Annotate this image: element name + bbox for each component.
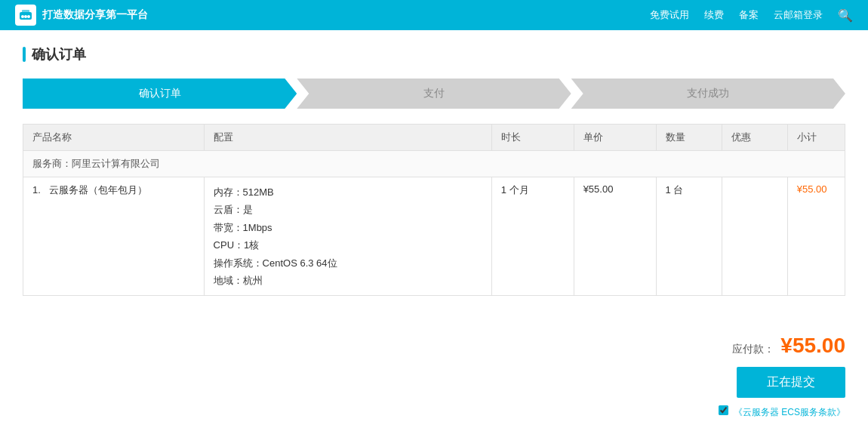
terms-link[interactable]: 《云服务器 ECS服务条款》: [734, 407, 845, 417]
nav-free-trial[interactable]: 免费试用: [650, 8, 689, 22]
svg-point-4: [27, 15, 30, 18]
step-confirm-order: 确认订单: [23, 79, 297, 109]
svg-point-3: [24, 15, 27, 18]
nav-email-login[interactable]: 云邮箱登录: [774, 8, 823, 22]
svg-point-2: [21, 15, 24, 18]
page-title-container: 确认订单: [23, 45, 845, 63]
table-header-row: 产品名称 配置 时长 单价 数量 优惠 小计: [23, 125, 845, 151]
item-config: 内存：512MB 云盾：是 带宽：1Mbps CPU：1核 操作系统：CentO…: [204, 177, 491, 296]
col-header-product: 产品名称: [23, 125, 205, 151]
item-product-name: 云服务器（包年包月）: [49, 184, 147, 196]
logo-text: 打造数据分享第一平台: [42, 8, 148, 22]
logo[interactable]: 打造数据分享第一平台: [15, 5, 148, 26]
terms-checkbox[interactable]: [719, 405, 728, 415]
item-duration: 1 个月: [491, 177, 574, 296]
nav-renew[interactable]: 续费: [704, 8, 724, 22]
col-header-qty: 数量: [656, 125, 722, 151]
svg-rect-1: [22, 10, 29, 14]
terms-row: 《云服务器 ECS服务条款》: [23, 405, 845, 419]
col-header-duration: 时长: [491, 125, 574, 151]
summary-section: 应付款： ¥55.00 正在提交 《云服务器 ECS服务条款》: [23, 326, 845, 426]
logo-icon: [15, 5, 36, 26]
item-index: 1.: [32, 184, 41, 196]
order-table: 产品名称 配置 时长 单价 数量 优惠 小计 服务商：阿里云计算有限公司 1. …: [23, 124, 845, 311]
item-qty: 1 台: [656, 177, 722, 296]
config-detail: 内存：512MB 云盾：是 带宽：1Mbps CPU：1核 操作系统：CentO…: [214, 183, 482, 289]
spacer-row: [23, 296, 845, 311]
col-header-config: 配置: [204, 125, 491, 151]
main-content: 确认订单 确认订单 支付 支付成功 产品名称 配置 时长 单价 数量 优惠 小计: [0, 30, 868, 428]
item-price: ¥55.00: [574, 177, 656, 296]
nav-record[interactable]: 备案: [739, 8, 759, 22]
table-row: 1. 云服务器（包年包月） 内存：512MB 云盾：是 带宽：1Mbps CPU…: [23, 177, 845, 296]
item-subtotal: ¥55.00: [787, 177, 845, 296]
header: 打造数据分享第一平台 免费试用 续费 备案 云邮箱登录 🔍: [0, 0, 868, 30]
total-label: 应付款：: [732, 343, 774, 355]
step-payment-success: 支付成功: [571, 79, 845, 109]
total-amount-row: 应付款： ¥55.00: [23, 334, 845, 358]
search-icon[interactable]: 🔍: [838, 8, 853, 23]
item-discount: [722, 177, 787, 296]
submit-button[interactable]: 正在提交: [737, 367, 845, 398]
total-price: ¥55.00: [780, 334, 845, 357]
step-payment: 支付: [297, 79, 571, 109]
col-header-discount: 优惠: [722, 125, 787, 151]
col-header-subtotal: 小计: [787, 125, 845, 151]
steps-bar: 确认订单 支付 支付成功: [23, 79, 845, 109]
title-bar-decoration: [23, 47, 26, 62]
top-nav: 免费试用 续费 备案 云邮箱登录 🔍: [650, 8, 853, 23]
item-index-product: 1. 云服务器（包年包月）: [23, 177, 205, 296]
provider-label: 服务商：阿里云计算有限公司: [23, 151, 845, 177]
col-header-price: 单价: [574, 125, 656, 151]
provider-row: 服务商：阿里云计算有限公司: [23, 151, 845, 177]
page-title: 确认订单: [32, 45, 86, 63]
